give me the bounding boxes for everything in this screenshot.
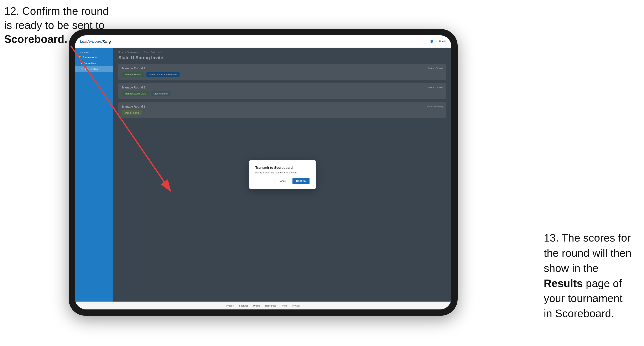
- sidebar-item-edit-existing[interactable]: ✏️ Edit Existing: [75, 66, 113, 72]
- sign-in-label: Sign In: [439, 40, 446, 43]
- sign-in-arrow-icon: →: [435, 40, 438, 43]
- sidebar: MAIN MENU 🏆 Tournaments + Create New ✏️ …: [75, 48, 113, 302]
- sign-in-button[interactable]: → Sign In: [435, 40, 446, 43]
- plus-icon: +: [81, 62, 82, 65]
- dialog-actions: Cancel Confirm: [256, 178, 310, 184]
- footer-resources[interactable]: Resources: [265, 305, 276, 307]
- edit-icon: ✏️: [81, 67, 84, 70]
- annotation-bottom: 13. The scores for the round will then s…: [544, 230, 632, 321]
- annotation-top: 12. Confirm the round is ready to be sen…: [4, 4, 109, 46]
- annotation-line3: Scoreboard.: [4, 33, 67, 45]
- content-area: Home / Tournaments / State U Spring Invi…: [113, 48, 452, 302]
- footer-terms[interactable]: Terms: [281, 305, 288, 307]
- sidebar-item-create-new[interactable]: + Create New: [75, 61, 113, 66]
- footer-privacy[interactable]: Privacy: [292, 305, 300, 307]
- edit-existing-label: Edit Existing: [85, 68, 98, 70]
- annotation-line1: 12. Confirm the round: [4, 5, 109, 17]
- footer-features[interactable]: Features: [239, 305, 248, 307]
- tablet-screen: LeaderboardKing 👤 → Sign In MAIN MENU: [75, 35, 452, 310]
- confirm-button[interactable]: Confirm: [292, 178, 310, 184]
- screen-footer: Product Features Pricing Resources Terms…: [75, 302, 452, 310]
- dialog-overlay: Transmit to Scoreboard Ready to send thi…: [113, 48, 452, 302]
- sidebar-item-tournaments[interactable]: 🏆 Tournaments: [75, 54, 113, 61]
- top-navbar: LeaderboardKing 👤 → Sign In: [75, 35, 452, 48]
- tablet-device: LeaderboardKing 👤 → Sign In MAIN MENU: [69, 29, 458, 316]
- cancel-button[interactable]: Cancel: [274, 178, 290, 184]
- annotation-line2: is ready to be sent to: [4, 19, 105, 31]
- trophy-icon: 🏆: [78, 56, 81, 59]
- create-new-label: Create New: [84, 62, 96, 65]
- transmit-dialog: Transmit to Scoreboard Ready to send thi…: [249, 160, 316, 189]
- nav-right: 👤 → Sign In: [430, 39, 446, 43]
- tournaments-label: Tournaments: [82, 56, 97, 59]
- annotation-bottom-text: 13. The scores for the round will then s…: [544, 232, 632, 320]
- user-icon: 👤: [430, 39, 434, 43]
- footer-pricing[interactable]: Pricing: [253, 305, 260, 307]
- main-menu-label: MAIN MENU: [75, 50, 113, 54]
- dialog-subtitle: Ready to send this round to Scoreboard?: [256, 171, 310, 174]
- dialog-title: Transmit to Scoreboard: [256, 166, 310, 170]
- footer-product[interactable]: Product: [226, 305, 234, 307]
- main-body: MAIN MENU 🏆 Tournaments + Create New ✏️ …: [75, 48, 452, 302]
- app-layout: LeaderboardKing 👤 → Sign In MAIN MENU: [75, 35, 452, 310]
